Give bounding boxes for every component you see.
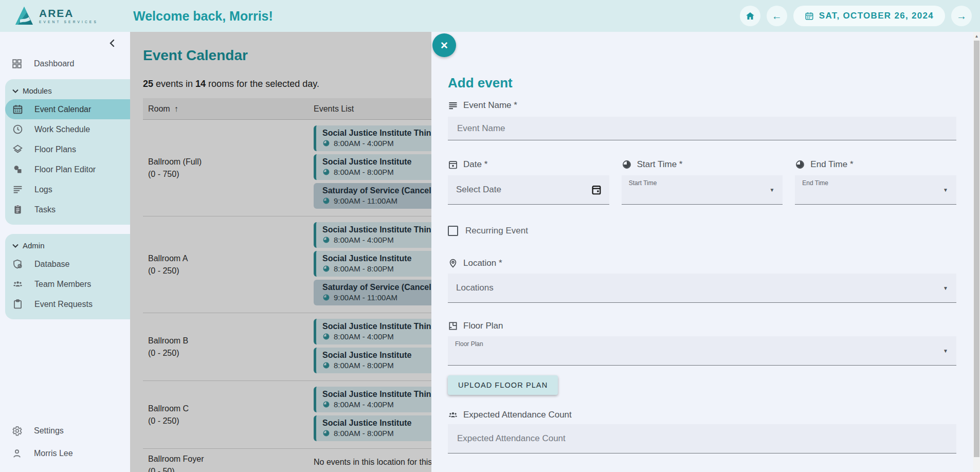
location-pin-icon	[448, 258, 458, 268]
event-name-field	[448, 117, 956, 140]
clock-pie-icon	[795, 159, 805, 170]
brand-tagline: EVENT SERVICES	[39, 21, 98, 24]
date-field[interactable]: Select Date	[448, 175, 609, 205]
chevron-down-icon	[12, 89, 19, 93]
person-icon	[11, 448, 23, 459]
vertical-scrollbar: ▲	[973, 32, 980, 472]
field-label-text: Location *	[463, 258, 502, 268]
scrollbar-up-arrow[interactable]: ▲	[973, 32, 980, 40]
sidebar-item-database[interactable]: Database	[5, 254, 130, 274]
attendance-input[interactable]	[457, 424, 947, 453]
location-select[interactable]: Locations ▼	[448, 274, 956, 303]
sidebar-item-label: Database	[34, 260, 70, 269]
field-label-text: End Time *	[810, 159, 853, 170]
next-day-button[interactable]: →	[951, 6, 972, 26]
sidebar-item-floor-plan-editor[interactable]: Floor Plan Editor	[5, 159, 130, 179]
recurring-event-row: Recurring Event	[448, 226, 956, 236]
sidebar-item-floor-plans[interactable]: Floor Plans	[5, 139, 130, 159]
attendance-label: Expected Attendance Count	[448, 410, 956, 420]
floor-plan-select[interactable]: Floor Plan ▼	[448, 336, 956, 366]
field-label-text: Floor Plan	[463, 321, 503, 331]
drawer-title: Add event	[448, 75, 956, 91]
arrow-right-icon: →	[956, 10, 967, 22]
people-group-icon	[448, 410, 458, 420]
previous-day-button[interactable]: ←	[767, 6, 787, 26]
floor-plan-icon	[448, 321, 458, 331]
sidebar-item-tasks[interactable]: Tasks	[5, 199, 130, 220]
sidebar-collapse-button[interactable]	[108, 39, 116, 47]
shield-database-icon	[12, 259, 23, 269]
sidebar-item-team-members[interactable]: Team Members	[5, 274, 130, 294]
caret-down-icon: ▼	[943, 187, 948, 193]
sidebar-item-logs[interactable]: Logs	[5, 179, 130, 199]
chevron-down-icon	[12, 244, 19, 248]
home-button[interactable]	[740, 6, 760, 26]
calendar-icon	[805, 11, 814, 21]
sidebar-item-label: Dashboard	[34, 59, 74, 68]
sidebar-item-label: Event Calendar	[34, 105, 91, 114]
home-icon	[745, 11, 755, 21]
caret-down-icon: ▼	[943, 348, 948, 354]
sidebar-group-modules: Modules Event Calendar Work Schedule Flo…	[5, 79, 130, 225]
date-label: Date *	[448, 159, 609, 170]
sidebar: Dashboard Modules Event Calendar Work Sc…	[0, 32, 130, 472]
app-header: AREA EVENT SERVICES Welcome back, Morris…	[0, 0, 980, 32]
sidebar-item-settings[interactable]: Settings	[0, 420, 130, 442]
welcome-message: Welcome back, Morris!	[133, 9, 273, 24]
arrow-left-icon: ←	[772, 10, 782, 22]
sidebar-item-dashboard[interactable]: Dashboard	[0, 52, 130, 75]
event-name-input[interactable]	[457, 117, 947, 140]
end-time-label: End Time *	[795, 159, 956, 170]
select-placeholder: Locations	[456, 283, 494, 293]
select-floating-label: Floor Plan	[455, 340, 483, 348]
calendar-icon	[448, 159, 458, 170]
clock-icon	[12, 124, 23, 135]
select-floating-label: End Time	[802, 179, 828, 187]
gear-icon	[11, 425, 23, 437]
user-name: Morris Lee	[34, 449, 73, 458]
field-label-text: Date *	[463, 159, 487, 170]
sidebar-group-admin-header[interactable]: Admin	[5, 236, 130, 254]
sidebar-item-label: Tasks	[34, 205, 56, 214]
scrollbar-thumb[interactable]	[974, 41, 979, 457]
people-group-icon	[12, 279, 23, 289]
clock-pie-icon	[622, 159, 632, 170]
layers-icon	[12, 144, 23, 155]
clipboard-icon	[12, 299, 23, 310]
area-logo-icon	[13, 6, 34, 26]
sidebar-group-modules-header[interactable]: Modules	[5, 81, 130, 99]
sidebar-item-label: Team Members	[34, 280, 91, 289]
field-label-text: Start Time *	[637, 159, 683, 170]
location-label: Location *	[448, 258, 956, 268]
caret-down-icon: ▼	[769, 187, 774, 193]
current-date-label: SAT, OCTOBER 26, 2024	[819, 11, 934, 21]
clipboard-tasks-icon	[12, 204, 23, 215]
start-time-select[interactable]: Start Time ▼	[622, 175, 783, 205]
date-picker-pill[interactable]: SAT, OCTOBER 26, 2024	[793, 6, 945, 26]
calendar-icon	[12, 104, 23, 115]
brand-logo: AREA EVENT SERVICES	[0, 6, 130, 26]
sidebar-item-user-profile[interactable]: Morris Lee	[0, 442, 130, 465]
brand-name: AREA	[39, 8, 98, 19]
start-time-label: Start Time *	[622, 159, 783, 170]
calendar-picker-icon[interactable]	[591, 184, 602, 195]
recurring-event-checkbox[interactable]	[448, 226, 458, 236]
caret-down-icon: ▼	[943, 285, 948, 291]
date-placeholder: Select Date	[456, 185, 501, 195]
group-label: Admin	[23, 241, 45, 250]
end-time-select[interactable]: End Time ▼	[795, 175, 956, 205]
shapes-icon	[12, 164, 23, 175]
recurring-event-label: Recurring Event	[465, 226, 528, 236]
sidebar-item-event-calendar[interactable]: Event Calendar	[5, 99, 130, 119]
close-drawer-button[interactable]: ✕	[432, 33, 456, 57]
upload-floor-plan-button[interactable]: UPLOAD FLOOR PLAN	[448, 375, 558, 395]
sidebar-item-label: Logs	[34, 185, 52, 194]
group-label: Modules	[23, 86, 52, 95]
sidebar-item-work-schedule[interactable]: Work Schedule	[5, 119, 130, 139]
sidebar-item-event-requests[interactable]: Event Requests	[5, 294, 130, 314]
sidebar-item-label: Floor Plan Editor	[34, 165, 96, 174]
sidebar-item-label: Work Schedule	[34, 125, 90, 134]
floor-plan-label: Floor Plan	[448, 321, 956, 331]
attendance-field	[448, 424, 956, 453]
event-name-label: Event Name *	[448, 100, 956, 111]
